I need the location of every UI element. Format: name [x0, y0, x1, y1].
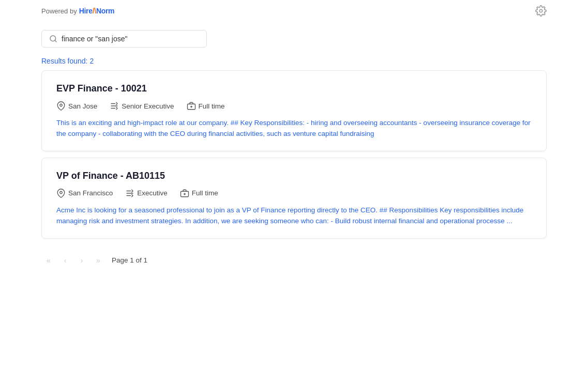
job-meta: San Francisco Executive	[56, 189, 532, 198]
job-meta: San Jose Senior Executive	[56, 101, 532, 111]
powered-by-text: Powered by	[41, 7, 77, 15]
job-description: This is an exciting and high-impact role…	[56, 118, 532, 140]
results-count: Results found: 2	[0, 48, 588, 70]
job-card: VP of Finance - AB10115 San Francisco Ex…	[41, 158, 547, 239]
search-icon	[49, 35, 57, 43]
job-type-text: Full time	[199, 102, 225, 110]
brand-logo[interactable]: Hire/\Norm	[79, 7, 115, 15]
settings-button[interactable]	[535, 5, 547, 17]
location-icon	[56, 189, 66, 198]
job-level: Executive	[125, 189, 168, 198]
search-input[interactable]	[62, 35, 199, 43]
job-level-text: Executive	[137, 189, 168, 197]
job-location-text: San Jose	[68, 102, 97, 110]
employment-type-icon	[187, 101, 196, 111]
job-level-text: Senior Executive	[122, 102, 174, 110]
page-label: Page 1 of 1	[112, 256, 147, 264]
first-page-button[interactable]: «	[41, 253, 56, 268]
svg-point-10	[60, 191, 63, 194]
search-section	[0, 22, 588, 48]
job-location: San Francisco	[56, 189, 113, 198]
prev-page-button[interactable]: ‹	[58, 253, 72, 268]
level-icon	[125, 189, 134, 198]
svg-point-3	[60, 104, 63, 106]
employment-type-icon	[180, 189, 189, 198]
location-icon	[56, 101, 66, 111]
job-title: EVP Finance - 10021	[56, 83, 532, 94]
job-title: VP of Finance - AB10115	[56, 171, 532, 181]
svg-point-0	[539, 9, 542, 12]
header: Powered by Hire/\Norm	[0, 0, 588, 22]
search-box	[41, 30, 207, 48]
job-type-text: Full time	[192, 189, 218, 197]
svg-line-2	[55, 40, 56, 42]
brand-name-part1: Hire	[79, 7, 93, 15]
job-level: Senior Executive	[110, 101, 174, 111]
job-card: EVP Finance - 10021 San Jose Senior Exec…	[41, 70, 547, 151]
last-page-button[interactable]: »	[91, 253, 105, 268]
brand-name-part2: Norm	[96, 7, 114, 15]
next-page-button[interactable]: ›	[74, 253, 89, 268]
powered-by-section: Powered by Hire/\Norm	[41, 7, 114, 15]
brand-slash: /\	[93, 7, 96, 15]
pagination: « ‹ › » Page 1 of 1	[0, 239, 588, 278]
cards-container: EVP Finance - 10021 San Jose Senior Exec…	[0, 70, 588, 239]
level-icon	[110, 101, 119, 111]
job-type: Full time	[180, 189, 218, 198]
job-type: Full time	[187, 101, 225, 111]
gear-icon	[535, 5, 547, 17]
job-description: Acme Inc is looking for a seasoned profe…	[56, 205, 532, 227]
results-count-text: Results found: 2	[41, 57, 94, 65]
job-location-text: San Francisco	[68, 189, 113, 197]
job-location: San Jose	[56, 101, 97, 111]
